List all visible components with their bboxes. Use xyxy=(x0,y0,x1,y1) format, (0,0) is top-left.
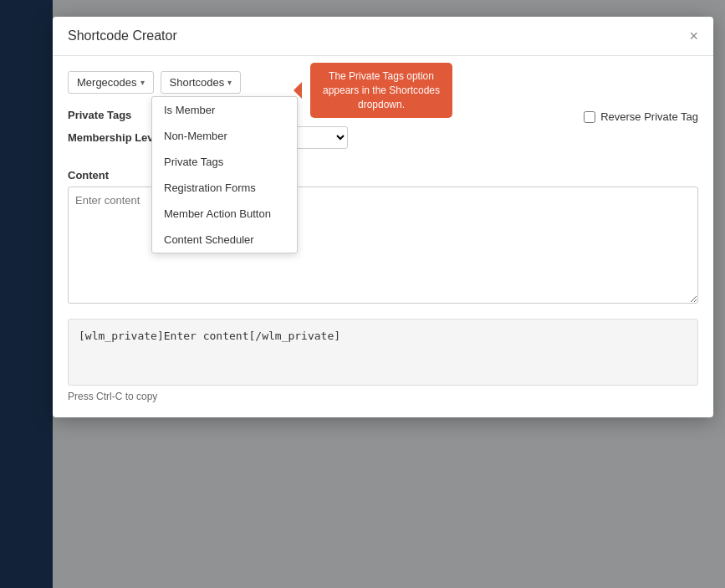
modal-header: Shortcode Creator × xyxy=(53,17,713,56)
reverse-private-tag-label: Reverse Private Tag xyxy=(600,110,698,123)
modal-close-button[interactable]: × xyxy=(689,28,698,43)
tooltip-text: The Private Tags option appears in the S… xyxy=(323,70,440,110)
dropdown-item-content-scheduler[interactable]: Content Scheduler xyxy=(152,227,297,253)
mergecodes-arrow-icon: ▾ xyxy=(140,78,145,87)
dropdown-item-member-action-button[interactable]: Member Action Button xyxy=(152,201,297,227)
dropdown-item-private-tags[interactable]: Private Tags xyxy=(152,149,297,175)
toolbar-row: Mergecodes ▾ Shortcodes ▾ Is Member Non-… xyxy=(68,71,698,94)
reverse-private-tag-section: Reverse Private Tag xyxy=(584,109,698,123)
mergecodes-label: Mergecodes xyxy=(77,76,137,89)
shortcodes-arrow-icon: ▾ xyxy=(227,78,232,87)
tooltip-bubble: The Private Tags option appears in the S… xyxy=(310,63,452,118)
shortcodes-dropdown-button[interactable]: Shortcodes ▾ xyxy=(161,71,242,94)
dropdown-item-registration-forms[interactable]: Registration Forms xyxy=(152,175,297,201)
output-box: [wlm_private]Enter content[/wlm_private] xyxy=(68,319,698,386)
mergecodes-dropdown-button[interactable]: Mergecodes ▾ xyxy=(68,71,154,94)
modal-title: Shortcode Creator xyxy=(68,28,177,43)
modal-body: Mergecodes ▾ Shortcodes ▾ Is Member Non-… xyxy=(53,56,713,417)
shortcodes-dropdown-menu: Is Member Non-Member Private Tags Regist… xyxy=(151,96,298,253)
membership-level-label: Membership Level xyxy=(68,131,162,144)
dropdown-item-is-member[interactable]: Is Member xyxy=(152,97,297,123)
membership-row: Membership Level xyxy=(68,126,584,149)
dropdown-item-non-member[interactable]: Non-Member xyxy=(152,123,297,149)
copy-hint: Press Ctrl-C to copy xyxy=(68,391,698,402)
shortcode-creator-modal: Shortcode Creator × Mergecodes ▾ Shortco… xyxy=(53,17,713,417)
reverse-private-tag-checkbox[interactable] xyxy=(584,111,595,123)
shortcodes-label: Shortcodes xyxy=(170,76,225,89)
